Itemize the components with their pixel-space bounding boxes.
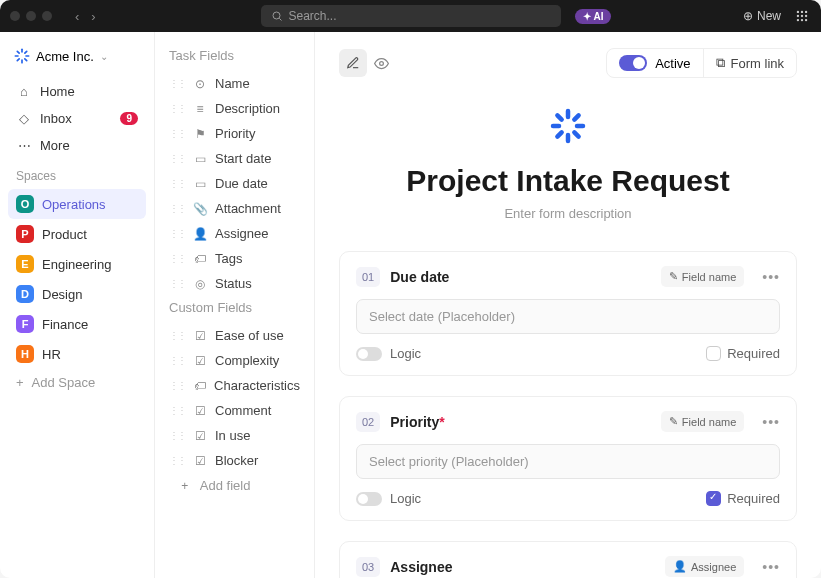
field-placeholder-input[interactable]: Select priority (Placeholder) <box>356 444 780 479</box>
drag-handle-icon[interactable]: ⋮⋮ <box>169 78 185 89</box>
new-button[interactable]: ⊕ New <box>743 9 781 23</box>
task-field-name[interactable]: ⋮⋮⊙Name <box>155 71 314 96</box>
nav-forward-icon[interactable]: › <box>91 9 95 24</box>
field-more-icon[interactable]: ••• <box>762 414 780 430</box>
add-space-button[interactable]: + Add Space <box>8 369 146 396</box>
workspace-switcher[interactable]: Acme Inc. ⌄ <box>8 44 146 68</box>
field-placeholder-input[interactable]: Select date (Placeholder) <box>356 299 780 334</box>
search-placeholder: Search... <box>289 9 337 23</box>
custom-field-comment[interactable]: ⋮⋮☑Comment <box>155 398 314 423</box>
field-label: Due date <box>215 176 268 191</box>
task-field-tags[interactable]: ⋮⋮🏷Tags <box>155 246 314 271</box>
space-label: Operations <box>42 197 106 212</box>
custom-field-characteristics[interactable]: ⋮⋮🏷Characteristics <box>155 373 314 398</box>
task-field-start-date[interactable]: ⋮⋮▭Start date <box>155 146 314 171</box>
preview-mode-button[interactable] <box>367 49 395 77</box>
search-icon <box>271 10 283 22</box>
logic-toggle[interactable] <box>356 492 382 506</box>
plus-icon: + <box>16 375 24 390</box>
logic-toggle[interactable] <box>356 347 382 361</box>
custom-field-ease-of-use[interactable]: ⋮⋮☑Ease of use <box>155 323 314 348</box>
apps-grid-icon[interactable] <box>795 9 809 23</box>
form-description[interactable]: Enter form description <box>339 206 797 221</box>
drag-handle-icon[interactable]: ⋮⋮ <box>169 330 185 341</box>
field-chip[interactable]: 👤Assignee <box>665 556 744 577</box>
task-field-assignee[interactable]: ⋮⋮👤Assignee <box>155 221 314 246</box>
nav-more[interactable]: ⋯ More <box>8 132 146 159</box>
chevron-down-icon: ⌄ <box>100 51 108 62</box>
drag-handle-icon[interactable]: ⋮⋮ <box>169 153 185 164</box>
svg-point-4 <box>805 11 807 13</box>
svg-point-8 <box>797 19 799 21</box>
workspace-name: Acme Inc. <box>36 49 94 64</box>
field-more-icon[interactable]: ••• <box>762 269 780 285</box>
required-checkbox[interactable] <box>706 346 721 361</box>
drag-handle-icon[interactable]: ⋮⋮ <box>169 128 185 139</box>
space-item-operations[interactable]: OOperations <box>8 189 146 219</box>
field-chip[interactable]: ✎Field name <box>661 411 744 432</box>
edit-mode-button[interactable] <box>339 49 367 77</box>
svg-point-3 <box>801 11 803 13</box>
space-item-engineering[interactable]: EEngineering <box>8 249 146 279</box>
drag-handle-icon[interactable]: ⋮⋮ <box>169 228 185 239</box>
drag-handle-icon[interactable]: ⋮⋮ <box>169 405 185 416</box>
space-item-product[interactable]: PProduct <box>8 219 146 249</box>
drag-handle-icon[interactable]: ⋮⋮ <box>169 203 185 214</box>
form-field-card-priority[interactable]: 02 Priority* ✎Field name ••• Select prio… <box>339 396 797 521</box>
field-label: Comment <box>215 403 271 418</box>
ai-badge[interactable]: ✦ AI <box>575 9 611 24</box>
field-type-icon: ⚑ <box>193 127 207 141</box>
svg-point-9 <box>801 19 803 21</box>
drag-handle-icon[interactable]: ⋮⋮ <box>169 103 185 114</box>
task-field-status[interactable]: ⋮⋮◎Status <box>155 271 314 296</box>
space-item-finance[interactable]: FFinance <box>8 309 146 339</box>
drag-handle-icon[interactable]: ⋮⋮ <box>169 278 185 289</box>
drag-handle-icon[interactable]: ⋮⋮ <box>169 455 185 466</box>
required-checkbox[interactable] <box>706 491 721 506</box>
drag-handle-icon[interactable]: ⋮⋮ <box>169 380 185 391</box>
nav-inbox[interactable]: ◇ Inbox 9 <box>8 105 146 132</box>
field-chip[interactable]: ✎Field name <box>661 266 744 287</box>
task-field-attachment[interactable]: ⋮⋮📎Attachment <box>155 196 314 221</box>
space-label: Design <box>42 287 82 302</box>
form-field-card-due-date[interactable]: 01 Due date ✎Field name ••• Select date … <box>339 251 797 376</box>
active-toggle[interactable]: Active <box>607 49 703 77</box>
svg-point-19 <box>379 61 383 65</box>
drag-handle-icon[interactable]: ⋮⋮ <box>169 178 185 189</box>
space-badge-icon: P <box>16 225 34 243</box>
task-field-due-date[interactable]: ⋮⋮▭Due date <box>155 171 314 196</box>
workspace-icon <box>14 48 30 64</box>
drag-handle-icon[interactable]: ⋮⋮ <box>169 253 185 264</box>
nav-home[interactable]: ⌂ Home <box>8 78 146 105</box>
form-link-button[interactable]: ⧉ Form link <box>704 49 796 77</box>
svg-point-0 <box>273 12 280 19</box>
space-item-hr[interactable]: HHR <box>8 339 146 369</box>
field-type-icon: 📎 <box>193 202 207 216</box>
custom-field-blocker[interactable]: ⋮⋮☑Blocker <box>155 448 314 473</box>
plus-icon: + <box>178 479 192 493</box>
global-search[interactable]: Search... <box>261 5 561 27</box>
field-type-icon: 🏷 <box>193 252 207 266</box>
more-icon: ⋯ <box>16 138 32 153</box>
window-controls[interactable] <box>10 11 52 21</box>
required-label: Required <box>727 346 780 361</box>
field-more-icon[interactable]: ••• <box>762 559 780 575</box>
custom-field-in-use[interactable]: ⋮⋮☑In use <box>155 423 314 448</box>
field-type-icon: ≡ <box>193 102 207 116</box>
form-field-card-assignee[interactable]: 03 Assignee 👤Assignee ••• <box>339 541 797 578</box>
chip-icon: ✎ <box>669 415 678 428</box>
form-title[interactable]: Project Intake Request <box>339 164 797 198</box>
nav-back-icon[interactable]: ‹ <box>75 9 79 24</box>
field-title: Due date <box>390 269 449 285</box>
field-label: In use <box>215 428 250 443</box>
task-field-description[interactable]: ⋮⋮≡Description <box>155 96 314 121</box>
custom-field-complexity[interactable]: ⋮⋮☑Complexity <box>155 348 314 373</box>
field-label: Start date <box>215 151 271 166</box>
space-item-design[interactable]: DDesign <box>8 279 146 309</box>
drag-handle-icon[interactable]: ⋮⋮ <box>169 355 185 366</box>
field-type-icon: ☑ <box>193 354 207 368</box>
add-field-button[interactable]: + Add field <box>155 473 314 498</box>
field-label: Characteristics <box>214 378 300 393</box>
task-field-priority[interactable]: ⋮⋮⚑Priority <box>155 121 314 146</box>
drag-handle-icon[interactable]: ⋮⋮ <box>169 430 185 441</box>
